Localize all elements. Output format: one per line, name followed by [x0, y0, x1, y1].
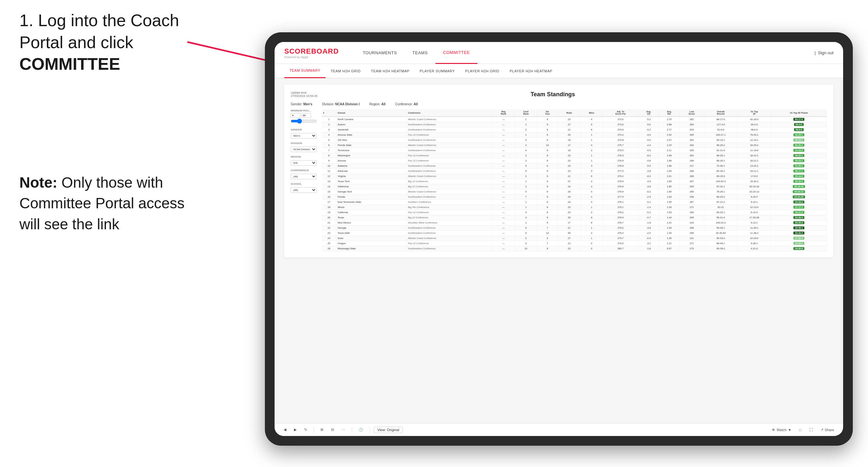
share-btn[interactable]: ↗ Share — [818, 427, 837, 433]
view-original-btn[interactable]: View: Original — [374, 427, 403, 433]
table-cell: Alabama — [336, 163, 407, 168]
table-cell: 270 — [679, 246, 704, 251]
table-cell: Atlantic Coast Conference — [406, 236, 492, 241]
table-cell: 265 — [679, 132, 704, 137]
min-rounds-to-input[interactable] — [301, 113, 311, 118]
toolbar-back[interactable]: ◀ — [281, 426, 289, 433]
table-cell: 2.37 — [659, 137, 680, 143]
table-cell: Pac-12 Conference — [406, 210, 492, 215]
sub-nav-player-h2h-grid[interactable]: PLAYER H2H GRID — [460, 64, 504, 78]
table-cell: 59-41-4 — [704, 215, 738, 220]
table-cell: 11-38-2 — [738, 230, 771, 236]
toolbar-icon-1[interactable]: □ — [797, 427, 804, 433]
nav-tournaments[interactable]: TOURNAMENTS — [355, 42, 405, 64]
region-select[interactable]: N/A — [291, 160, 317, 166]
table-cell: -5.5 — [638, 163, 659, 168]
table-cell: 1 — [515, 117, 537, 122]
table-cell: 8 — [581, 220, 602, 225]
table-cell: 9 — [537, 122, 558, 127]
table-cell: -4.4 — [638, 143, 659, 148]
table-cell: 13 — [322, 179, 336, 184]
table-cell: 76-26-1 — [704, 189, 738, 194]
table-cell: — — [492, 179, 515, 184]
sub-nav-team-h2h-heatmap[interactable]: TEAM H2H HEATMAP — [366, 64, 414, 78]
table-cell: Georgia — [336, 225, 407, 230]
toolbar-more[interactable]: ⋯ — [339, 426, 348, 433]
table-cell: Atlantic Coast Conference — [406, 117, 492, 122]
table-cell: 63-15-1 — [704, 137, 738, 143]
conference-select[interactable]: (All) — [291, 174, 317, 179]
table-cell: Florida State — [336, 143, 407, 148]
sub-nav-team-summary[interactable]: TEAM SUMMARY — [284, 64, 326, 78]
table-cell: 7 — [322, 148, 336, 153]
table-cell: 8 — [537, 174, 558, 179]
table-cell: 8 — [537, 215, 558, 220]
table-row: 18IllinoisBig Ten Conference—18231279.1-… — [322, 205, 827, 210]
table-cell: 23 — [558, 205, 581, 210]
table-cell: — — [492, 132, 515, 137]
table-cell: 43-23-1 — [771, 132, 827, 137]
min-rounds-from-input[interactable] — [291, 113, 301, 118]
toolbar-copy[interactable]: ⊞ — [318, 426, 326, 433]
filter-row: Gender: Men's Division: NCAA Division I … — [291, 102, 827, 106]
table-cell: 276.9 — [602, 179, 638, 184]
col-reg-rank: RegRank — [492, 109, 515, 117]
toolbar-fullscreen[interactable]: ⛶ — [807, 427, 815, 433]
table-cell: 6 — [515, 168, 537, 174]
table-cell: 1.28 — [659, 225, 680, 230]
table-cell: 8 — [537, 168, 558, 174]
table-cell: 100-27-1 — [704, 132, 738, 137]
table-cell: 5 — [515, 241, 537, 246]
toolbar-clock[interactable]: 🕐 — [356, 426, 366, 433]
table-row: 15Georgia TechAtlantic Coast Conference—… — [322, 189, 827, 194]
table-cell: 11-29-1 — [738, 225, 771, 230]
table-cell: 100-24-2 — [704, 220, 738, 225]
table-cell: 23 — [558, 168, 581, 174]
sub-nav-player-summary[interactable]: PLAYER SUMMARY — [414, 64, 460, 78]
table-cell: 4 — [581, 117, 602, 122]
watch-btn[interactable]: 👁 Watch ▼ — [769, 427, 794, 433]
table-cell: 258 — [679, 194, 704, 199]
table-layout: Minimum Rou... Gender Men's Women — [291, 109, 827, 251]
table-cell: 37-30-0 — [771, 236, 827, 241]
filter-group-conference: Conference (All) — [291, 169, 317, 179]
table-cell: Duke — [336, 236, 407, 241]
table-cell: — — [492, 220, 515, 225]
table-cell: 269 — [679, 230, 704, 236]
table-cell: 8 — [537, 199, 558, 205]
min-rounds-range — [291, 113, 317, 118]
table-cell: 6 — [581, 127, 602, 132]
committee-emphasis: COMMITTEE — [20, 55, 120, 73]
toolbar-forward[interactable]: ▶ — [291, 426, 299, 433]
table-row: 7TennesseeSoutheastern Conference—461822… — [322, 148, 827, 153]
toolbar-paste[interactable]: ⊟ — [329, 426, 337, 433]
nav-teams[interactable]: TEAMS — [405, 42, 435, 64]
standings-table: # School Conference RegRank ConfRank NoT… — [322, 109, 827, 251]
nav-committee[interactable]: COMMITTEE — [435, 42, 478, 64]
table-cell: 268 — [679, 158, 704, 163]
table-cell: 6 — [537, 137, 558, 143]
toolbar-reload[interactable]: ↻ — [302, 426, 310, 433]
table-cell: 79-25-1 — [738, 132, 771, 137]
table-row: 2AuburnSoutheastern Conference—19276273.… — [322, 122, 827, 127]
sign-out-link[interactable]: | Sign out — [815, 51, 833, 55]
school-select[interactable]: (All) — [291, 187, 317, 193]
table-cell: 9 — [537, 179, 558, 184]
gender-select[interactable]: Men's Women's — [291, 133, 317, 138]
table-cell: 2 — [515, 153, 537, 158]
table-cell: 26 — [558, 215, 581, 220]
table-cell: Big 12 Conference — [406, 179, 492, 184]
min-rounds-slider[interactable] — [291, 119, 317, 124]
sub-nav-team-h2h-grid[interactable]: TEAM H2H GRID — [326, 64, 366, 78]
table-cell: 1.90 — [659, 168, 680, 174]
table-cell: 7 — [537, 225, 558, 230]
sub-nav-player-h2h-heatmap[interactable]: PLAYER H2H HEATMAP — [504, 64, 558, 78]
table-cell: 4 — [515, 210, 537, 215]
table-cell: — — [492, 168, 515, 174]
division-select[interactable]: NCAA Division I — [291, 147, 317, 152]
table-cell: 82-18-1 — [704, 168, 738, 174]
panel-header: Update time: 27/03/2024 16:56:26 Team St… — [291, 91, 827, 98]
table-cell: 24 — [322, 236, 336, 241]
table-cell: Southeastern Conference — [406, 148, 492, 153]
table-cell: 10 — [322, 163, 336, 168]
